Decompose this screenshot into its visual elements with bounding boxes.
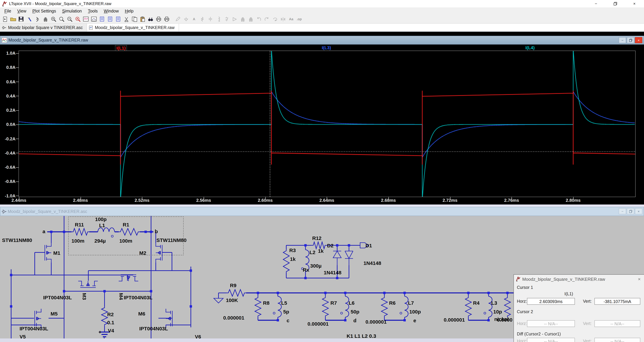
schematic-label: R1: [123, 222, 129, 227]
schematic-close-button[interactable]: ×: [635, 208, 642, 214]
app-titlebar[interactable]: LTspice XVII - Moodz_bipolar_Square_v_TI…: [0, 0, 644, 8]
menu-tools[interactable]: Tools: [85, 8, 101, 15]
y-axis-tick-label: 0.4A: [1, 94, 16, 99]
plot-minimize-button[interactable]: −: [619, 37, 626, 43]
cursor2-vert-value[interactable]: -- N/A--: [594, 320, 640, 327]
save-button[interactable]: [17, 15, 25, 23]
copy-button[interactable]: [130, 15, 138, 23]
schematic-tab-icon: [2, 26, 6, 30]
run-simulation-button[interactable]: [34, 15, 41, 23]
cursor2-horz-value[interactable]: -- N/A--: [527, 320, 575, 327]
cursor1-vert-value[interactable]: -381.10775mA: [594, 298, 640, 305]
spice-directive-button: .op: [295, 15, 303, 23]
schematic-label: c: [286, 318, 290, 323]
diff-horz-value[interactable]: -- N/A--: [527, 338, 575, 342]
zoom-full-extents-button[interactable]: [74, 15, 82, 23]
y-axis-tick-label: -0.6A: [1, 165, 16, 170]
app-restore-button[interactable]: [606, 0, 625, 8]
x-axis-tick: [142, 197, 142, 199]
app-close-button[interactable]: ×: [625, 0, 644, 8]
cursor-dialog-titlebar[interactable]: Moodz_bipolar_Square_v_TINKERER.raw ×: [514, 275, 644, 283]
cursor1-horz-value[interactable]: 2.603093ms: [527, 298, 575, 305]
cut-button[interactable]: [122, 15, 130, 23]
cursor1-vert-label: Vert:: [583, 299, 592, 304]
tab-waveform[interactable]: Moodz_bipolar_Square_v_TINKERER.raw: [87, 24, 179, 31]
app-title: LTspice XVII - Moodz_bipolar_Square_v_TI…: [9, 1, 112, 6]
view-netlist-button[interactable]: [98, 15, 106, 23]
schematic-label: 0.000001: [223, 315, 244, 320]
schematic-label: R3: [289, 248, 296, 253]
view-error-log-button[interactable]: [106, 15, 114, 23]
label-net-button: A: [190, 15, 198, 23]
print-button[interactable]: [155, 15, 162, 23]
trace-label-il3[interactable]: I(L3): [322, 45, 331, 50]
print-preview-button[interactable]: [163, 15, 170, 23]
menu-file[interactable]: File: [1, 8, 14, 15]
cursor1-signal: I(L1): [564, 291, 573, 296]
y-axis-tick-label: 1.0A: [1, 51, 16, 56]
plot-restore-button[interactable]: [627, 37, 634, 43]
menu-help[interactable]: Help: [122, 8, 136, 15]
schematic-label: 294µ: [94, 238, 106, 243]
new-file-button[interactable]: [1, 15, 9, 23]
cursor-dialog-close-icon[interactable]: ×: [638, 276, 641, 282]
schematic-label: L2: [310, 250, 316, 255]
app-minimize-button[interactable]: −: [586, 0, 606, 8]
x-axis-tick: [204, 197, 204, 199]
menu-plot-settings[interactable]: Plot Settings: [29, 8, 59, 15]
place-diode-button: [222, 15, 230, 23]
schematic-label: IPT004N03L: [124, 295, 152, 300]
schematic-label: R12: [312, 235, 322, 241]
schematic-label: K1 L1 L2 0.3: [346, 333, 376, 338]
y-axis-tick: [16, 196, 19, 196]
halt-simulation-button[interactable]: [42, 15, 49, 23]
schematic-label: M6: [138, 311, 145, 316]
diff-vert-value[interactable]: -- N/A--: [594, 338, 640, 342]
undo-button: [255, 15, 263, 23]
zoom-in-button[interactable]: [50, 15, 57, 23]
menu-window[interactable]: Window: [101, 8, 122, 15]
y-axis-tick: [16, 182, 19, 182]
y-axis-tick-label: 0.0A: [1, 122, 16, 127]
schematic-label: 100K: [226, 298, 238, 303]
schematic-restore-button[interactable]: [627, 208, 634, 214]
control-panel-button[interactable]: [25, 15, 33, 23]
cursor2-vert-label: Vert:: [583, 321, 592, 326]
trace-label-il1[interactable]: I(L1): [115, 45, 127, 51]
menu-view[interactable]: View: [14, 8, 29, 15]
schematic-minimize-button[interactable]: −: [619, 208, 626, 214]
schematic-label: L3: [491, 300, 497, 305]
open-file-button[interactable]: [9, 15, 17, 23]
tab-schematic[interactable]: Moodz bipolar Square v TINKERER.asc: [0, 24, 87, 31]
schematic-window-titlebar[interactable]: Moodz_bipolar_Square_v_TINKERER.asc − ×: [0, 207, 644, 216]
zoom-back-button[interactable]: [58, 15, 66, 23]
paste-button[interactable]: [138, 15, 146, 23]
sync-release-button[interactable]: [114, 15, 122, 23]
find-button[interactable]: [147, 15, 154, 23]
plot-settings-button[interactable]: [90, 15, 98, 23]
trace-label-il4[interactable]: I(L4): [526, 45, 535, 50]
schematic-label: M1: [53, 250, 60, 255]
ltspice-logo-icon: [2, 1, 8, 6]
add-text-button: Aa: [287, 15, 295, 23]
schematic-label: R7: [330, 300, 337, 305]
schematic-label: 1N4148: [324, 270, 342, 275]
schematic-label: L7: [408, 300, 414, 305]
cursor1-horz-label: Horz:: [517, 299, 527, 304]
schematic-label: 0.000001: [308, 321, 328, 326]
y-axis-tick: [16, 153, 19, 153]
cursor-readout-dialog[interactable]: Moodz_bipolar_Square_v_TINKERER.raw × Cu…: [514, 274, 644, 342]
zoom-out-button[interactable]: [66, 15, 74, 23]
schematic-label: V6: [195, 334, 201, 338]
plot-close-button[interactable]: ×: [635, 37, 642, 43]
menu-simulation[interactable]: Simulation: [59, 8, 85, 15]
waveform-window-titlebar[interactable]: Moodz_bipolar_Square_v_TINKERER.raw − ×: [0, 36, 644, 45]
y-axis-tick-label: 0.6A: [1, 79, 16, 84]
y-axis-tick-label: -0.8A: [1, 179, 16, 184]
move-button: [239, 15, 246, 23]
trace-canvas[interactable]: [18, 51, 636, 197]
waveform-tab-icon: [89, 26, 93, 30]
autorange-plot-button[interactable]: [82, 15, 90, 23]
schematic-label: R6: [389, 300, 396, 305]
schematic-label: D2: [327, 243, 334, 248]
